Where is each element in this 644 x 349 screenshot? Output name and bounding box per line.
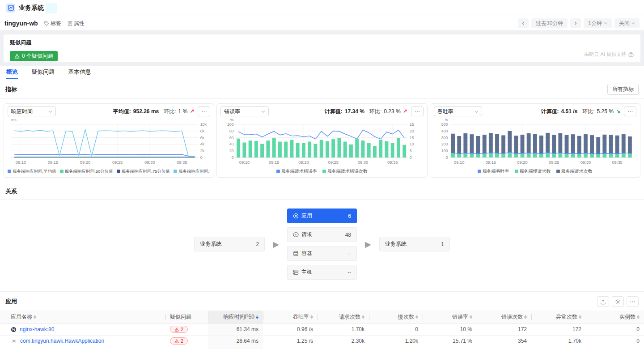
column-header[interactable]: 异常次数 (531, 311, 586, 323)
sort-icon[interactable] (415, 315, 418, 319)
metric-cell: 1.20k (369, 335, 423, 347)
svg-text:100: 100 (441, 149, 448, 153)
nginx-app-icon (11, 327, 17, 332)
column-header[interactable]: 错误率 (423, 311, 477, 323)
column-label: 错误次数 (501, 313, 523, 321)
svg-text:400: 400 (441, 129, 448, 133)
column-header[interactable]: 请求次数 (318, 311, 369, 323)
sort-icon[interactable] (362, 315, 364, 319)
tags-button[interactable]: 标签 (44, 20, 61, 27)
relation-node-applications[interactable]: 应用6 (287, 209, 357, 223)
svg-text:4k: 4k (200, 142, 205, 146)
suspected-issues-badge[interactable]: 0 个疑似问题 (10, 51, 58, 61)
attributes-button[interactable]: 属性 (68, 20, 85, 27)
metric-cell: 0 (369, 323, 423, 335)
svg-text:09:10: 09:10 (16, 160, 26, 165)
column-header[interactable]: 应用名称 (0, 311, 165, 323)
chart-stats: 平均值:952.26 ms环比:1 %↗ (113, 108, 194, 115)
issues-badge[interactable]: 2 (170, 337, 188, 345)
column-label: 请求次数 (339, 313, 360, 321)
stat-label: 计算值: (541, 108, 559, 115)
export-button[interactable] (597, 296, 609, 307)
column-header[interactable]: 慢次数 (369, 311, 423, 323)
metric-cell: 1.70k (531, 335, 586, 347)
charts-row: 响应时间平均值:952.26 ms环比:1 %↗⋯02k4k6k8k10kms0… (0, 99, 644, 183)
metric-select[interactable]: 错误率 (220, 106, 269, 116)
table-row: com.tingyun.maka.MakaApplication11.24 ms… (0, 347, 644, 349)
legend-item[interactable]: 服务端响应时间,平均值 (8, 169, 56, 174)
legend-label: 服务端响应时间,95分位值 (178, 169, 210, 174)
issues-badge[interactable]: 2 (170, 326, 188, 333)
page-title: 业务系统 (19, 4, 44, 12)
tab-basic-info[interactable]: 基本信息 (68, 66, 91, 79)
chart-plot: 0204060801000510152025%09:1009:1509:2009… (220, 117, 423, 167)
sort-icon[interactable] (34, 315, 36, 319)
metric-cell: 10 % (423, 323, 477, 335)
column-header[interactable]: 错误次数 (477, 311, 531, 323)
chart-more-button[interactable]: ⋯ (198, 106, 210, 116)
legend-item[interactable]: 服务端响应时间,75分位值 (117, 169, 170, 174)
metric-chart-card: 吞吐率计算值:4.51 /s环比:5.25 %↘⋯010020030040050… (430, 103, 640, 178)
sort-icon[interactable] (524, 315, 527, 319)
legend-item[interactable]: 服务端请求错误率 (276, 168, 317, 174)
metric-cell: 27.59 % (423, 347, 477, 349)
legend-item[interactable]: 服务端响应时间,95分位值 (174, 169, 210, 174)
relation-node-containers[interactable]: 容器-- (287, 246, 357, 261)
svg-text:10k: 10k (200, 122, 207, 127)
legend-item[interactable]: 服务端吞吐率 (478, 168, 509, 174)
warning-icon (174, 339, 179, 343)
legend-item[interactable]: 服务端响应时间,50分位值 (60, 169, 113, 174)
sort-icon[interactable] (579, 315, 581, 319)
interval-select[interactable]: 1分钟 (584, 18, 612, 28)
legend-label: 服务端慢请求数 (520, 168, 551, 174)
time-prev-button[interactable] (518, 18, 529, 28)
stat-value: 952.26 ms (133, 108, 159, 115)
app-link[interactable]: com.tingyun.hawk.HawkApplication (20, 338, 104, 344)
legend-item[interactable]: 服务端请求错误次数 (322, 168, 368, 174)
legend-item[interactable]: 服务端请求次数 (556, 168, 593, 174)
column-header[interactable]: 响应时间P50 (208, 311, 263, 323)
relation-node-right[interactable]: 业务系统1 (379, 237, 450, 251)
metric-cell: 15.71 % (423, 335, 477, 347)
issues-count: 2 (181, 327, 183, 332)
relation-node-hosts[interactable]: 主机-- (287, 265, 357, 280)
metric-cell: 0.96 /s (263, 323, 318, 335)
refresh-toggle-select[interactable]: 关闭 (614, 18, 640, 28)
chart-legend: 服务端请求错误率服务端请求错误次数 (220, 167, 423, 175)
relation-node-requests[interactable]: 请求48 (287, 227, 357, 242)
tab-overview[interactable]: 概览 (6, 66, 18, 79)
metric-select-value: 吞吐率 (437, 108, 453, 115)
app-link[interactable]: nginx-hawk:80 (20, 326, 54, 332)
tab-suspected-issues[interactable]: 疑似问题 (31, 66, 55, 79)
column-header[interactable]: 实例数 (586, 311, 644, 323)
legend-swatch-icon (8, 170, 11, 173)
warning-icon (174, 328, 179, 332)
time-next-button[interactable] (570, 18, 581, 28)
settings-button[interactable] (612, 296, 624, 307)
svg-text:300: 300 (441, 136, 448, 140)
metric-select[interactable]: 响应时间 (8, 106, 56, 116)
svg-text:09:35: 09:35 (612, 160, 622, 165)
svg-text:20: 20 (410, 129, 414, 133)
more-button[interactable] (627, 296, 639, 307)
app-logo-icon (6, 4, 15, 13)
sort-icon[interactable] (310, 315, 313, 319)
legend-item[interactable]: 服务端慢请求数 (515, 168, 551, 174)
svg-text:10: 10 (410, 142, 414, 146)
sort-icon[interactable] (637, 315, 640, 319)
sort-icon[interactable] (256, 315, 258, 319)
chart-more-button[interactable]: ⋯ (411, 106, 424, 116)
svg-text:60: 60 (229, 136, 234, 140)
chart-more-button[interactable]: ⋯ (624, 106, 636, 116)
relation-node-left[interactable]: 业务系统2 (194, 237, 265, 251)
svg-text:15: 15 (410, 136, 414, 140)
app-name-cell: nginx-hawk:80 (0, 323, 165, 335)
time-range-button[interactable]: 过去30分钟 (531, 18, 568, 28)
all-metrics-button[interactable]: 所有指标 (607, 84, 639, 95)
column-header[interactable]: 吞吐率 (263, 311, 318, 323)
tag-icon (44, 21, 49, 26)
legend-swatch-icon (478, 170, 481, 173)
column-label: 疑似问题 (170, 313, 191, 321)
metric-select[interactable]: 吞吐率 (434, 106, 482, 116)
sort-icon[interactable] (470, 315, 472, 319)
